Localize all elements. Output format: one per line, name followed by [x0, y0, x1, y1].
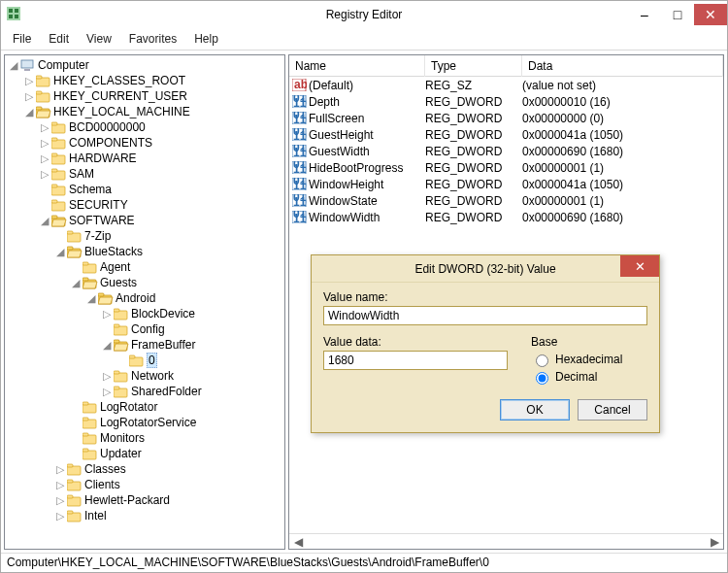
radio-decimal-input[interactable] [536, 372, 548, 385]
tree-security[interactable]: SECURITY [5, 197, 284, 213]
dialog-close-button[interactable]: ✕ [620, 255, 659, 277]
tree-bcd[interactable]: ▷BCD00000000 [5, 119, 284, 135]
menu-view[interactable]: View [79, 30, 119, 48]
tree-hkcr[interactable]: ▷HKEY_CLASSES_ROOT [5, 73, 284, 88]
tree-schema[interactable]: Schema [5, 182, 284, 197]
expand-toggle-icon[interactable]: ▷ [53, 510, 67, 522]
tree-components[interactable]: ▷COMPONENTS [5, 135, 284, 151]
tree-logrotatorservice[interactable]: LogRotatorService [5, 415, 284, 430]
menu-file[interactable]: File [5, 30, 39, 48]
tree-hklm[interactable]: ◢HKEY_LOCAL_MACHINE [5, 104, 284, 119]
tree-updater[interactable]: Updater [5, 446, 284, 461]
expand-toggle-icon[interactable]: ▷ [22, 90, 36, 103]
tree-logrotator[interactable]: LogRotator [5, 399, 284, 415]
expand-toggle-icon[interactable]: ▷ [38, 121, 51, 134]
scroll-left-icon[interactable]: ◀ [289, 534, 307, 550]
value-data-input[interactable] [323, 351, 508, 370]
expand-toggle-icon[interactable]: ▷ [53, 463, 67, 476]
tree-framebuffer[interactable]: ◢FrameBuffer [5, 337, 284, 353]
tree-label: BlockDevice [131, 307, 195, 320]
value-name-input[interactable] [323, 306, 647, 325]
close-button[interactable]: ✕ [694, 4, 727, 25]
value-row[interactable]: GuestHeightREG_DWORD0x0000041a (1050) [289, 126, 723, 143]
expand-toggle-icon[interactable]: ◢ [38, 215, 51, 227]
tree-7zip[interactable]: 7-Zip [5, 228, 284, 244]
expand-toggle-icon[interactable]: ◢ [7, 59, 20, 72]
tree-guests[interactable]: ◢Guests [5, 275, 284, 290]
tree-monitors[interactable]: Monitors [5, 430, 284, 446]
expand-toggle-icon[interactable]: ▷ [22, 75, 36, 87]
value-row[interactable]: (Default)REG_SZ(value not set) [289, 77, 723, 93]
column-data[interactable]: Data [522, 55, 723, 77]
radio-hexadecimal[interactable]: Hexadecimal [531, 351, 647, 368]
folder-icon [67, 245, 83, 258]
radio-decimal[interactable]: Decimal [531, 368, 647, 386]
tree-sharedfolder[interactable]: ▷SharedFolder [5, 384, 284, 399]
cancel-button[interactable]: Cancel [578, 399, 647, 421]
tree-label: SAM [69, 167, 94, 181]
tree-agent[interactable]: Agent [5, 259, 284, 275]
tree-label: Guests [100, 276, 137, 289]
maximize-button[interactable]: □ [661, 4, 694, 25]
expand-toggle-icon[interactable]: ▷ [100, 370, 114, 383]
expand-toggle-icon[interactable]: ▷ [53, 479, 67, 491]
value-name: HideBootProgress [309, 161, 425, 175]
tree-label: 0 [147, 353, 157, 368]
tree-network[interactable]: ▷Network [5, 368, 284, 384]
menu-favorites[interactable]: Favorites [121, 30, 184, 48]
tree-hp[interactable]: ▷Hewlett-Packard [5, 492, 284, 508]
tree-zero[interactable]: 0 [5, 353, 284, 368]
tree-label: Updater [100, 447, 142, 460]
menu-bar: File Edit View Favorites Help [1, 28, 727, 51]
expand-toggle-icon[interactable]: ▷ [53, 494, 67, 507]
value-row[interactable]: GuestWidthREG_DWORD0x00000690 (1680) [289, 143, 723, 159]
value-row[interactable]: FullScreenREG_DWORD0x00000000 (0) [289, 110, 723, 126]
tree-computer[interactable]: ◢Computer [5, 57, 284, 73]
tree-sam[interactable]: ▷SAM [5, 166, 284, 182]
tree-clients[interactable]: ▷Clients [5, 477, 284, 492]
expand-toggle-icon[interactable]: ▷ [100, 308, 114, 320]
expand-toggle-icon[interactable]: ▷ [38, 152, 51, 165]
value-row[interactable]: HideBootProgressREG_DWORD0x00000001 (1) [289, 159, 723, 176]
expand-toggle-icon[interactable]: ▷ [38, 168, 51, 181]
tree-hkcu[interactable]: ▷HKEY_CURRENT_USER [5, 88, 284, 104]
value-data: 0x00000001 (1) [522, 194, 723, 208]
value-row[interactable]: WindowHeightREG_DWORD0x0000041a (1050) [289, 176, 723, 192]
scroll-right-icon[interactable]: ▶ [706, 534, 723, 550]
minimize-button[interactable]: – [628, 4, 661, 25]
tree-intel[interactable]: ▷Intel [5, 508, 284, 523]
column-name[interactable]: Name [289, 55, 425, 77]
column-type[interactable]: Type [425, 55, 522, 77]
tree-software[interactable]: ◢SOFTWARE [5, 213, 284, 228]
horizontal-scrollbar[interactable]: ◀ ▶ [289, 533, 723, 549]
folder-icon [36, 74, 51, 87]
tree-android[interactable]: ◢Android [5, 290, 284, 306]
expand-toggle-icon[interactable]: ◢ [69, 277, 83, 289]
tree-label: FrameBuffer [131, 338, 195, 352]
expand-toggle-icon[interactable]: ◢ [53, 246, 67, 258]
menu-help[interactable]: Help [186, 30, 226, 48]
expand-toggle-icon[interactable]: ▷ [38, 137, 51, 150]
tree-classes[interactable]: ▷Classes [5, 461, 284, 477]
expand-toggle-icon[interactable]: ◢ [84, 292, 98, 305]
menu-edit[interactable]: Edit [41, 30, 77, 48]
value-row[interactable]: DepthREG_DWORD0x00000010 (16) [289, 93, 723, 110]
expand-toggle-icon[interactable]: ◢ [100, 339, 114, 352]
dialog-title-bar[interactable]: Edit DWORD (32-bit) Value ✕ [312, 255, 659, 283]
value-data: 0x0000041a (1050) [522, 128, 723, 142]
ok-button[interactable]: OK [500, 399, 570, 421]
expand-toggle-icon[interactable]: ▷ [100, 386, 114, 398]
value-type: REG_DWORD [425, 145, 522, 158]
tree-bluestacks[interactable]: ◢BlueStacks [5, 244, 284, 259]
value-row[interactable]: WindowStateREG_DWORD0x00000001 (1) [289, 192, 723, 209]
expand-toggle-icon[interactable]: ◢ [22, 106, 36, 118]
value-name: (Default) [309, 79, 425, 92]
value-row[interactable]: WindowWidthREG_DWORD0x00000690 (1680) [289, 209, 723, 225]
tree-label: Agent [100, 260, 130, 274]
tree-hardware[interactable]: ▷HARDWARE [5, 151, 284, 166]
tree-blockdevice[interactable]: ▷BlockDevice [5, 306, 284, 321]
value-type: REG_DWORD [425, 161, 522, 175]
tree-pane[interactable]: ◢Computer▷HKEY_CLASSES_ROOT▷HKEY_CURRENT… [4, 54, 285, 550]
tree-config[interactable]: Config [5, 321, 284, 337]
radio-hexadecimal-input[interactable] [536, 354, 548, 367]
